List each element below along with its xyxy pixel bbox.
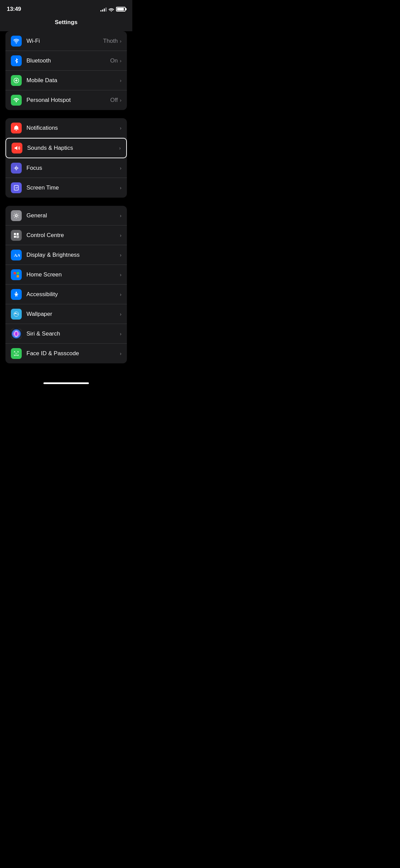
sounds-chevron: › bbox=[119, 145, 121, 151]
settings-item-siri[interactable]: Siri & Search › bbox=[5, 324, 127, 344]
settings-item-hotspot[interactable]: Personal Hotspot Off › bbox=[5, 90, 127, 110]
controlcentre-icon bbox=[11, 230, 22, 241]
settings-container: Wi-Fi Thoth › Bluetooth On › bbox=[0, 31, 132, 378]
settings-item-accessibility[interactable]: Accessibility › bbox=[5, 285, 127, 304]
settings-item-mobiledata[interactable]: Mobile Data › bbox=[5, 71, 127, 90]
settings-item-wifi[interactable]: Wi-Fi Thoth › bbox=[5, 31, 127, 51]
settings-item-controlcentre[interactable]: Control Centre › bbox=[5, 225, 127, 245]
faceid-icon bbox=[11, 348, 22, 359]
status-time: 13:49 bbox=[7, 6, 21, 13]
svg-rect-11 bbox=[14, 275, 16, 277]
settings-item-general[interactable]: General › bbox=[5, 206, 127, 225]
svg-text:AA: AA bbox=[14, 253, 20, 258]
settings-item-homescreen[interactable]: Home Screen › bbox=[5, 265, 127, 285]
svg-rect-5 bbox=[14, 236, 16, 238]
svg-rect-3 bbox=[14, 233, 16, 235]
mobiledata-icon bbox=[11, 75, 22, 86]
general-icon bbox=[11, 210, 22, 221]
svg-point-20 bbox=[17, 353, 18, 354]
settings-item-sounds[interactable]: Sounds & Haptics › bbox=[5, 138, 127, 158]
settings-group-connectivity: Wi-Fi Thoth › Bluetooth On › bbox=[5, 31, 127, 110]
bluetooth-icon bbox=[11, 55, 22, 66]
home-indicator bbox=[43, 382, 89, 384]
settings-item-notifications[interactable]: Notifications › bbox=[5, 118, 127, 138]
svg-rect-9 bbox=[14, 272, 16, 274]
focus-icon bbox=[11, 163, 22, 174]
settings-item-faceid[interactable]: Face ID & Passcode › bbox=[5, 344, 127, 363]
screentime-label: Screen Time bbox=[26, 184, 59, 191]
siri-label: Siri & Search bbox=[26, 330, 60, 337]
hotspot-label: Personal Hotspot bbox=[26, 97, 71, 104]
screentime-chevron: › bbox=[120, 185, 121, 191]
notifications-label: Notifications bbox=[26, 125, 58, 131]
svg-point-7 bbox=[17, 236, 18, 237]
notifications-chevron: › bbox=[120, 125, 121, 131]
bluetooth-chevron: › bbox=[120, 58, 121, 64]
display-chevron: › bbox=[120, 252, 121, 258]
battery-icon bbox=[116, 7, 126, 12]
wifi-value: Thoth bbox=[103, 38, 118, 44]
status-icons bbox=[100, 7, 126, 12]
siri-chevron: › bbox=[120, 331, 121, 337]
svg-rect-12 bbox=[17, 275, 19, 277]
svg-point-19 bbox=[15, 353, 16, 354]
notifications-icon bbox=[11, 123, 22, 133]
accessibility-label: Accessibility bbox=[26, 291, 58, 298]
wifi-icon bbox=[11, 36, 22, 47]
wallpaper-icon bbox=[11, 309, 22, 320]
settings-item-focus[interactable]: Focus › bbox=[5, 158, 127, 178]
display-icon: AA bbox=[11, 250, 22, 260]
wallpaper-chevron: › bbox=[120, 311, 121, 317]
controlcentre-label: Control Centre bbox=[26, 232, 64, 239]
bluetooth-label: Bluetooth bbox=[26, 57, 51, 64]
focus-chevron: › bbox=[120, 165, 121, 171]
settings-item-display[interactable]: AA Display & Brightness › bbox=[5, 245, 127, 265]
signal-icon bbox=[100, 7, 107, 12]
svg-rect-10 bbox=[17, 272, 19, 274]
focus-label: Focus bbox=[26, 165, 42, 171]
screentime-icon bbox=[11, 182, 22, 193]
svg-point-16 bbox=[11, 328, 22, 339]
wifi-label: Wi-Fi bbox=[26, 38, 40, 44]
homescreen-label: Home Screen bbox=[26, 271, 62, 278]
settings-item-screentime[interactable]: Screen Time › bbox=[5, 178, 127, 198]
wallpaper-label: Wallpaper bbox=[26, 311, 52, 318]
hotspot-icon bbox=[11, 95, 22, 106]
svg-rect-4 bbox=[17, 233, 19, 235]
sounds-icon bbox=[12, 143, 22, 153]
hotspot-value: Off bbox=[110, 97, 118, 104]
hotspot-chevron: › bbox=[120, 97, 121, 103]
bluetooth-value: On bbox=[110, 57, 118, 64]
settings-group-system1: Notifications › Sounds & Haptics › bbox=[5, 118, 127, 198]
svg-point-13 bbox=[16, 292, 17, 293]
accessibility-chevron: › bbox=[120, 292, 121, 297]
homescreen-icon bbox=[11, 269, 22, 280]
sounds-label: Sounds & Haptics bbox=[27, 145, 73, 151]
display-label: Display & Brightness bbox=[26, 252, 80, 258]
siri-icon bbox=[11, 328, 22, 339]
faceid-chevron: › bbox=[120, 351, 121, 356]
home-indicator-bar bbox=[0, 378, 132, 390]
svg-point-15 bbox=[15, 313, 16, 314]
page-title: Settings bbox=[0, 16, 132, 31]
mobiledata-chevron: › bbox=[120, 78, 121, 83]
mobiledata-label: Mobile Data bbox=[26, 77, 57, 84]
wifi-status-icon bbox=[109, 7, 114, 12]
settings-item-bluetooth[interactable]: Bluetooth On › bbox=[5, 51, 127, 71]
settings-item-wallpaper[interactable]: Wallpaper › bbox=[5, 304, 127, 324]
svg-point-1 bbox=[16, 80, 17, 81]
status-bar: 13:49 bbox=[0, 0, 132, 16]
controlcentre-chevron: › bbox=[120, 233, 121, 238]
settings-group-system2: General › Control Centre › bbox=[5, 206, 127, 363]
general-label: General bbox=[26, 212, 47, 219]
wifi-chevron: › bbox=[120, 38, 121, 44]
general-chevron: › bbox=[120, 213, 121, 218]
homescreen-chevron: › bbox=[120, 272, 121, 277]
faceid-label: Face ID & Passcode bbox=[26, 350, 79, 357]
accessibility-icon bbox=[11, 289, 22, 300]
